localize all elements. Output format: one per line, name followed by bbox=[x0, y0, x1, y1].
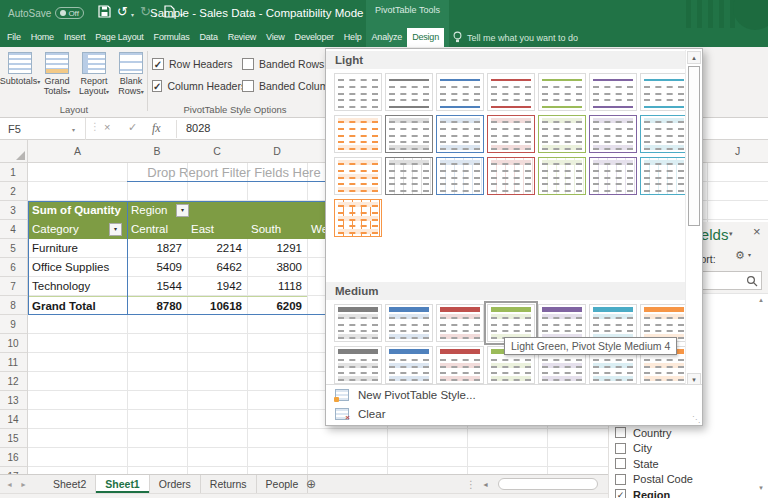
style-thumb[interactable] bbox=[589, 115, 637, 153]
pivot-column-header-east[interactable]: East bbox=[187, 220, 247, 239]
grand-total-value[interactable]: 10618 bbox=[187, 296, 247, 315]
hscroll-left-button[interactable]: ◄ bbox=[482, 475, 489, 494]
row-header-16[interactable]: 16 bbox=[0, 448, 26, 467]
style-thumb[interactable] bbox=[589, 73, 637, 111]
enter-entry-button[interactable]: ✓ bbox=[128, 121, 137, 134]
row-header-4[interactable]: 4 bbox=[0, 220, 26, 239]
sheet-tab-sheet1[interactable]: Sheet1 bbox=[96, 475, 149, 493]
row-header-9[interactable]: 9 bbox=[0, 315, 26, 334]
pivot-title-cell[interactable]: Sum of Quantity bbox=[28, 201, 127, 220]
row-header-13[interactable]: 13 bbox=[0, 391, 26, 410]
field-item-region[interactable]: ✓Region bbox=[609, 487, 768, 498]
column-header-b[interactable]: B bbox=[127, 140, 187, 163]
pane-options-dropdown[interactable]: ▾ bbox=[729, 230, 733, 238]
tools-button[interactable]: ⚙ ▾ bbox=[735, 249, 751, 262]
tab-scrollbar-splitter[interactable]: ⋮ bbox=[466, 475, 476, 494]
column-header-d[interactable]: D bbox=[247, 140, 307, 163]
checkbox-column-headers[interactable]: ✓Column Headers bbox=[152, 79, 242, 92]
style-thumb[interactable] bbox=[334, 304, 382, 342]
style-thumb[interactable] bbox=[385, 304, 433, 342]
field-item-state[interactable]: State bbox=[609, 456, 768, 471]
pane-scroll-up[interactable]: ▴ bbox=[755, 296, 767, 304]
tab-page-layout[interactable]: Page Layout bbox=[90, 28, 148, 47]
field-item-country[interactable]: Country bbox=[609, 425, 768, 440]
style-thumb[interactable] bbox=[589, 157, 637, 195]
grand-total-value[interactable]: 8780 bbox=[127, 296, 187, 315]
style-thumb[interactable] bbox=[640, 73, 688, 111]
style-thumb[interactable] bbox=[538, 73, 586, 111]
style-thumb[interactable] bbox=[436, 73, 484, 111]
tab-insert[interactable]: Insert bbox=[59, 28, 90, 47]
new-sheet-button[interactable]: ⊕ bbox=[306, 475, 316, 494]
formula-bar-value[interactable]: 8028 bbox=[186, 122, 210, 134]
style-thumb[interactable] bbox=[640, 115, 688, 153]
insert-function-button[interactable]: fx bbox=[152, 121, 161, 136]
style-thumb[interactable] bbox=[436, 115, 484, 153]
sheet-tab-orders[interactable]: Orders bbox=[150, 475, 201, 493]
tab-home[interactable]: Home bbox=[26, 28, 59, 47]
style-thumb[interactable] bbox=[538, 115, 586, 153]
style-thumb[interactable] bbox=[487, 157, 535, 195]
row-header-7[interactable]: 7 bbox=[0, 277, 26, 296]
pivot-row-label[interactable]: Furniture bbox=[28, 239, 127, 258]
button-subtotals[interactable]: Subtotals▾ bbox=[2, 50, 38, 112]
row-header-12[interactable]: 12 bbox=[0, 372, 26, 391]
sheet-nav-left[interactable]: ◄ bbox=[6, 475, 13, 494]
style-thumb[interactable] bbox=[487, 73, 535, 111]
sheet-tab-returns[interactable]: Returns bbox=[201, 475, 257, 493]
row-header-6[interactable]: 6 bbox=[0, 258, 26, 277]
tab-data[interactable]: Data bbox=[195, 28, 223, 47]
row-header-10[interactable]: 10 bbox=[0, 334, 26, 353]
style-thumb[interactable] bbox=[334, 73, 382, 111]
style-thumb[interactable] bbox=[334, 346, 382, 384]
gallery-scroll-thumb[interactable] bbox=[688, 66, 700, 226]
column-header-j[interactable]: J bbox=[707, 140, 768, 163]
undo-dropdown[interactable]: ▾ bbox=[131, 11, 134, 18]
pivot-row-field-cell[interactable]: Category▾ bbox=[28, 220, 127, 239]
tab-analyze[interactable]: Analyze bbox=[367, 28, 408, 47]
row-header-8[interactable]: 8 bbox=[0, 296, 26, 315]
undo-button[interactable]: ↺ bbox=[117, 4, 128, 20]
tab-file[interactable]: File bbox=[2, 28, 26, 47]
style-thumb[interactable] bbox=[640, 157, 688, 195]
menu-item-clear[interactable]: ×Clear bbox=[326, 404, 702, 423]
button-grand-totals[interactable]: Grand Totals▾ bbox=[39, 50, 75, 112]
row-header-14[interactable]: 14 bbox=[0, 410, 26, 429]
row-header-2[interactable]: 2 bbox=[0, 182, 26, 201]
style-thumb[interactable] bbox=[385, 157, 433, 195]
pane-close-button[interactable]: × bbox=[753, 224, 761, 239]
pivot-column-field-cell[interactable]: Region▾ bbox=[127, 201, 341, 220]
save-button[interactable] bbox=[98, 5, 111, 22]
pivot-value-cell[interactable]: 1544 bbox=[127, 277, 187, 296]
pivot-column-header-south[interactable]: South bbox=[247, 220, 307, 239]
pivot-value-cell[interactable]: 1827 bbox=[127, 239, 187, 258]
button-report-layout[interactable]: Report Layout▾ bbox=[76, 50, 112, 112]
style-thumb[interactable] bbox=[487, 115, 535, 153]
pane-scroll-down[interactable]: ▾ bbox=[755, 484, 767, 492]
grand-total-label[interactable]: Grand Total bbox=[28, 296, 127, 315]
row-header-5[interactable]: 5 bbox=[0, 239, 26, 258]
button-blank-rows[interactable]: Blank Rows▾ bbox=[113, 50, 149, 112]
pivot-row-label[interactable]: Office Supplies bbox=[28, 258, 127, 277]
checkbox-row-headers[interactable]: ✓Row Headers bbox=[152, 57, 242, 70]
sheet-tab-people[interactable]: People bbox=[257, 475, 309, 493]
autosave-toggle[interactable]: AutoSave Off bbox=[8, 7, 84, 19]
style-thumb[interactable] bbox=[436, 304, 484, 342]
style-thumb[interactable] bbox=[385, 73, 433, 111]
sheet-nav-right[interactable]: ► bbox=[20, 475, 27, 494]
row-header-15[interactable]: 15 bbox=[0, 429, 26, 448]
grand-total-value[interactable]: 6209 bbox=[247, 296, 307, 315]
formula-bar-handle[interactable]: ⋮ bbox=[90, 121, 100, 132]
column-header-a[interactable]: A bbox=[28, 140, 127, 163]
pivot-value-cell[interactable]: 5409 bbox=[127, 258, 187, 277]
row-header-17[interactable]: 17 bbox=[0, 467, 26, 474]
tab-view[interactable]: View bbox=[261, 28, 290, 47]
tab-help[interactable]: Help bbox=[339, 28, 367, 47]
pivot-column-header-central[interactable]: Central bbox=[127, 220, 187, 239]
category-filter-button[interactable]: ▾ bbox=[109, 223, 122, 236]
tab-review[interactable]: Review bbox=[223, 28, 261, 47]
row-header-11[interactable]: 11 bbox=[0, 353, 26, 372]
style-thumb[interactable] bbox=[334, 199, 382, 237]
gallery-scroll-up[interactable]: ▴ bbox=[687, 51, 701, 64]
style-thumb[interactable] bbox=[385, 115, 433, 153]
